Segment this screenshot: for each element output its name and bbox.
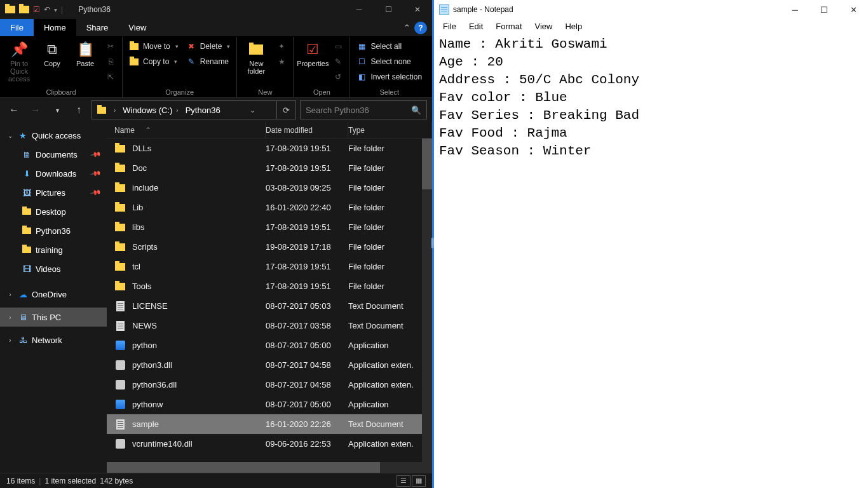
menu-view[interactable]: View [530, 20, 558, 32]
properties-qat-icon[interactable]: ☑ [33, 5, 40, 14]
menu-format[interactable]: Format [491, 20, 527, 32]
easy-access-button[interactable]: ★ [274, 55, 289, 69]
paste-shortcut-button[interactable]: ⇱ [103, 70, 118, 84]
invert-selection-button[interactable]: ◧Invert selection [354, 70, 424, 84]
new-folder-button[interactable]: New folder [241, 38, 271, 75]
file-row[interactable]: DLLs17-08-2019 19:51File folder [107, 139, 432, 158]
file-row[interactable]: python08-07-2017 05:00Application [107, 336, 432, 355]
file-row[interactable]: tcl17-08-2019 19:51File folder [107, 257, 432, 276]
nav-onedrive[interactable]: ›☁OneDrive [0, 285, 107, 304]
open-button[interactable]: ▭ [330, 39, 346, 53]
chevron-right-icon[interactable]: › [6, 337, 14, 344]
copy-button[interactable]: ⧉ Copy [37, 38, 67, 67]
scrollbar-thumb[interactable] [107, 462, 380, 473]
paste-button[interactable]: 📋 Paste [70, 38, 100, 67]
folder-icon [5, 6, 15, 13]
breadcrumb-folder[interactable]: Python36 [180, 105, 222, 115]
col-type[interactable]: Type [348, 122, 432, 138]
horizontal-scrollbar[interactable] [107, 462, 432, 473]
maximize-button[interactable]: ☐ [374, 0, 403, 19]
nav-quick-access[interactable]: ⌄★Quick access [0, 126, 107, 145]
qat-dropdown-icon[interactable]: ▾ [54, 6, 57, 13]
file-row[interactable]: sample16-01-2020 22:26Text Document [107, 414, 432, 434]
refresh-button[interactable]: ⟳ [276, 101, 295, 119]
nav-pictures[interactable]: 🖼Pictures📌 [0, 183, 107, 202]
nav-desktop[interactable]: Desktop [0, 202, 107, 221]
help-button[interactable]: ? [414, 22, 427, 34]
notepad-titlebar[interactable]: sample - Notepad ─ ☐ ✕ [434, 0, 868, 19]
explorer-titlebar[interactable]: ☑ ↶ ▾ | Python36 ─ ☐ ✕ [0, 0, 432, 19]
chevron-down-icon[interactable]: ⌄ [250, 106, 255, 114]
rename-button[interactable]: ✎Rename [184, 55, 233, 69]
file-date: 16-01-2020 22:26 [266, 419, 348, 429]
close-button[interactable]: ✕ [839, 0, 868, 19]
new-item-button[interactable]: ✦ [274, 39, 289, 53]
properties-button[interactable]: ☑ Properties [297, 38, 328, 67]
col-date[interactable]: Date modified [266, 122, 348, 138]
file-list[interactable]: DLLs17-08-2019 19:51File folderDoc17-08-… [107, 139, 432, 462]
details-view-button[interactable]: ☰ [397, 475, 410, 487]
breadcrumb-drive[interactable]: Windows (C:)› [118, 105, 180, 115]
nav-downloads[interactable]: ⬇Downloads📌 [0, 164, 107, 183]
menu-help[interactable]: Help [560, 20, 587, 32]
file-row[interactable]: Scripts19-08-2019 17:18File folder [107, 237, 432, 257]
menu-edit[interactable]: Edit [464, 20, 488, 32]
copy-to-button[interactable]: Copy to▾ [126, 55, 181, 69]
nav-python36[interactable]: Python36 [0, 221, 107, 240]
column-headers[interactable]: Name⌃ Date modified Type [107, 122, 432, 139]
back-button[interactable]: ← [5, 101, 23, 119]
file-row[interactable]: vcruntime140.dll09-06-2016 22:53Applicat… [107, 434, 432, 454]
history-button[interactable]: ↺ [330, 70, 346, 84]
tab-file[interactable]: File [0, 19, 34, 36]
file-row[interactable]: LICENSE08-07-2017 05:03Text Document [107, 296, 432, 316]
recent-button[interactable]: ▾ [48, 101, 66, 119]
address-bar[interactable]: › Windows (C:)› Python36 ⌄ ⟳ [92, 100, 296, 119]
navigation-pane[interactable]: ⌄★Quick access 🗎Documents📌 ⬇Downloads📌 🖼… [0, 122, 107, 473]
tab-view[interactable]: View [118, 19, 156, 36]
search-input[interactable]: Search Python36 🔍 [300, 100, 427, 119]
maximize-button[interactable]: ☐ [810, 0, 839, 19]
file-row[interactable]: include03-08-2019 09:25File folder [107, 178, 432, 198]
col-name[interactable]: Name⌃ [107, 122, 266, 138]
chevron-right-icon[interactable]: › [6, 291, 14, 298]
scrollbar-thumb[interactable] [422, 139, 432, 189]
vertical-scrollbar[interactable] [422, 139, 432, 462]
copy-path-button[interactable]: ⎘ [103, 55, 118, 69]
tab-share[interactable]: Share [76, 19, 119, 36]
forward-button[interactable]: → [27, 101, 44, 119]
move-to-button[interactable]: Move to▾ [126, 39, 181, 53]
minimize-button[interactable]: ─ [344, 0, 374, 19]
nav-network[interactable]: ›🖧Network [0, 330, 107, 349]
pin-quick-access-button[interactable]: 📌 Pin to Quick access [4, 38, 34, 83]
close-button[interactable]: ✕ [403, 0, 432, 19]
nav-this-pc[interactable]: ›🖥This PC [0, 308, 107, 327]
select-all-button[interactable]: ▦Select all [354, 39, 424, 53]
file-row[interactable]: Tools17-08-2019 19:51File folder [107, 276, 432, 296]
file-row[interactable]: Doc17-08-2019 19:51File folder [107, 158, 432, 178]
nav-training[interactable]: training [0, 240, 107, 259]
collapse-ribbon-icon[interactable]: ⌃ [399, 19, 414, 36]
nav-videos[interactable]: 🎞Videos [0, 259, 107, 278]
edit-button[interactable]: ✎ [330, 55, 346, 69]
menu-file[interactable]: File [438, 20, 461, 32]
up-button[interactable]: ↑ [70, 101, 88, 119]
chevron-down-icon[interactable]: ⌄ [6, 132, 14, 139]
file-row[interactable]: NEWS08-07-2017 03:58Text Document [107, 316, 432, 336]
file-name: pythonw [132, 400, 163, 409]
minimize-button[interactable]: ─ [780, 0, 810, 19]
delete-button[interactable]: ✖Delete▾ [184, 39, 233, 53]
file-row[interactable]: pythonw08-07-2017 05:00Application [107, 395, 432, 414]
select-none-button[interactable]: ☐Select none [354, 55, 424, 69]
cut-button[interactable]: ✂ [103, 39, 118, 53]
file-row[interactable]: python36.dll08-07-2017 04:58Application … [107, 375, 432, 395]
undo-qat-icon[interactable]: ↶ [44, 5, 50, 14]
nav-documents[interactable]: 🗎Documents📌 [0, 145, 107, 164]
file-row[interactable]: python3.dll08-07-2017 04:58Application e… [107, 355, 432, 375]
chevron-right-icon[interactable]: › [6, 314, 14, 321]
file-row[interactable]: libs17-08-2019 19:51File folder [107, 217, 432, 237]
thumbnails-view-button[interactable]: ▦ [412, 475, 426, 487]
tab-home[interactable]: Home [34, 19, 76, 36]
notepad-text-area[interactable]: Name : Akriti Goswami Age : 20 Address :… [434, 33, 868, 488]
file-row[interactable]: Lib16-01-2020 22:40File folder [107, 198, 432, 217]
splitter-handle[interactable]: ▮▮▮ [431, 239, 435, 247]
